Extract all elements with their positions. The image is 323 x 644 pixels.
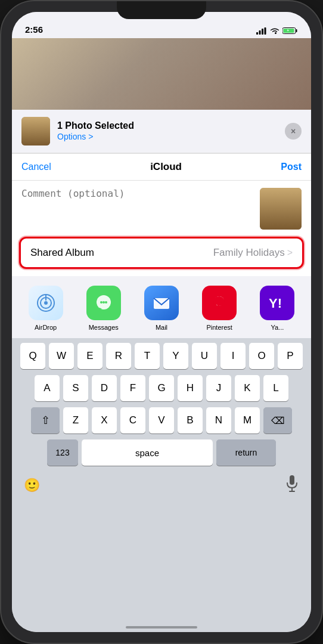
- chevron-right-icon: >: [287, 247, 293, 258]
- key-t[interactable]: T: [135, 343, 160, 369]
- shared-album-row[interactable]: Shared Album Family Holidays >: [19, 237, 304, 269]
- airdrop-icon: [29, 286, 63, 320]
- airdrop-label: AirDrop: [35, 324, 57, 331]
- keyboard-row-4: 123 space return: [14, 439, 309, 466]
- return-key[interactable]: return: [216, 439, 276, 466]
- photo-background: [12, 38, 311, 110]
- share-info: 1 Photo Selected Options >: [57, 120, 278, 142]
- key-h[interactable]: H: [178, 375, 203, 401]
- key-u[interactable]: U: [192, 343, 217, 369]
- share-title: 1 Photo Selected: [57, 120, 278, 131]
- share-thumbnail: [21, 117, 50, 145]
- battery-icon: [282, 27, 298, 35]
- comment-input[interactable]: [21, 188, 253, 224]
- phone-screen: 2:56: [12, 12, 311, 632]
- share-app-airdrop[interactable]: AirDrop: [22, 286, 70, 331]
- mail-label: Mail: [156, 324, 167, 331]
- signal-icon: [256, 27, 267, 35]
- icloud-body: [12, 181, 311, 237]
- key-s[interactable]: S: [63, 375, 88, 401]
- keyboard-row-3: ⇧ Z X C V B N M ⌫: [14, 407, 309, 434]
- share-app-pinterest[interactable]: Pinterest: [195, 286, 243, 331]
- key-y[interactable]: Y: [163, 343, 188, 369]
- svg-point-12: [100, 301, 103, 304]
- shared-album-label: Shared Album: [30, 247, 94, 259]
- key-x[interactable]: X: [92, 407, 117, 434]
- svg-point-13: [103, 301, 105, 304]
- cancel-button[interactable]: Cancel: [21, 162, 51, 172]
- svg-rect-0: [256, 32, 258, 35]
- phone-frame: 2:56: [0, 0, 323, 644]
- svg-rect-18: [290, 475, 294, 485]
- comment-input-area: [21, 188, 253, 226]
- numbers-key[interactable]: 123: [47, 439, 78, 466]
- options-link[interactable]: Options >: [57, 132, 93, 141]
- delete-key[interactable]: ⌫: [263, 407, 292, 434]
- dog-photo: [21, 117, 50, 145]
- home-indicator: [126, 626, 197, 628]
- photo-bg-inner: [12, 38, 311, 110]
- key-w[interactable]: W: [49, 343, 74, 369]
- mic-button[interactable]: [278, 470, 306, 500]
- wifi-icon: [270, 27, 279, 35]
- keyboard-row-1: Q W E R T Y U I O P: [14, 343, 309, 369]
- keyboard-row-2: A S D F G H J K L: [14, 375, 309, 401]
- svg-rect-3: [265, 27, 266, 35]
- share-app-mail[interactable]: Mail: [138, 286, 185, 331]
- svg-rect-2: [262, 29, 263, 35]
- key-q[interactable]: Q: [20, 343, 45, 369]
- key-p[interactable]: P: [278, 343, 303, 369]
- key-z[interactable]: Z: [63, 407, 88, 434]
- key-f[interactable]: F: [120, 375, 145, 401]
- mail-icon: [144, 286, 179, 320]
- svg-point-14: [105, 301, 107, 304]
- key-l[interactable]: L: [263, 375, 288, 401]
- svg-text:Y!: Y!: [269, 296, 282, 311]
- dialog-title: iCloud: [150, 161, 182, 173]
- shared-album-value: Family Holidays >: [213, 247, 293, 259]
- keyboard: Q W E R T Y U I O P A S D F G: [12, 338, 311, 632]
- key-j[interactable]: J: [206, 375, 231, 401]
- status-icons: [256, 27, 298, 35]
- key-r[interactable]: R: [106, 343, 131, 369]
- svg-rect-1: [259, 30, 261, 35]
- icloud-toolbar: Cancel iCloud Post: [12, 154, 311, 181]
- share-header: 1 Photo Selected Options > ×: [12, 110, 311, 153]
- key-n[interactable]: N: [206, 407, 231, 434]
- key-e[interactable]: E: [77, 343, 103, 369]
- key-i[interactable]: I: [220, 343, 246, 369]
- svg-rect-6: [284, 29, 294, 33]
- share-app-messages[interactable]: Messages: [80, 286, 128, 331]
- shift-key[interactable]: ⇧: [31, 407, 60, 434]
- key-c[interactable]: C: [120, 407, 145, 434]
- key-b[interactable]: B: [178, 407, 203, 434]
- key-v[interactable]: V: [149, 407, 174, 434]
- share-apps-row: AirDrop: [12, 286, 311, 331]
- post-button[interactable]: Post: [281, 162, 302, 172]
- svg-point-9: [44, 301, 48, 305]
- messages-icon: [86, 286, 121, 320]
- yahoo-icon: Y!: [260, 286, 294, 320]
- keyboard-bottom-row: 🙂: [14, 466, 309, 503]
- status-time: 2:56: [25, 24, 43, 35]
- share-sheet: AirDrop: [12, 276, 311, 338]
- key-a[interactable]: A: [35, 375, 60, 401]
- close-button[interactable]: ×: [285, 123, 302, 140]
- yahoo-label: Ya...: [271, 324, 284, 331]
- space-key[interactable]: space: [82, 439, 213, 466]
- emoji-button[interactable]: 🙂: [17, 473, 47, 498]
- dialog-photo-thumbnail: [260, 188, 302, 230]
- key-d[interactable]: D: [92, 375, 117, 401]
- key-m[interactable]: M: [235, 407, 260, 434]
- dialog-dog-photo: [260, 188, 302, 230]
- notch: [117, 1, 206, 19]
- key-o[interactable]: O: [249, 343, 274, 369]
- icloud-dialog: Cancel iCloud Post Shared Album: [12, 153, 311, 276]
- share-app-yahoo[interactable]: Y! Ya...: [253, 286, 301, 331]
- key-g[interactable]: G: [149, 375, 174, 401]
- svg-rect-5: [296, 29, 297, 32]
- pinterest-label: Pinterest: [206, 324, 232, 331]
- key-k[interactable]: K: [235, 375, 260, 401]
- pinterest-icon: [202, 286, 237, 320]
- messages-label: Messages: [89, 324, 119, 331]
